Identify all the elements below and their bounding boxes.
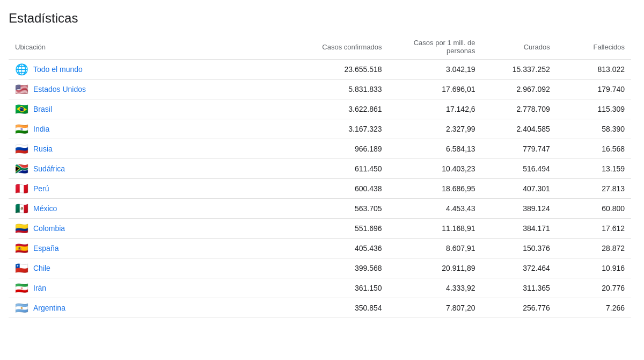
country-flag: 🇷🇺 [15,145,28,153]
per-million-value: 17.696,01 [389,80,482,99]
per-million-value: 17.142,6 [389,99,482,119]
deaths-value: 10.916 [557,258,631,278]
deaths-value: 17.612 [557,219,631,239]
confirmed-value: 5.831.833 [308,80,389,99]
country-name[interactable]: Chile [33,264,50,272]
country-flag: 🇿🇦 [15,164,28,173]
country-flag: 🇨🇴 [15,224,28,233]
table-row: 🇪🇸España405.4368.607,91150.37628.872 [9,239,631,258]
col-header-recovered: Curados [482,34,557,60]
country-flag: 🇮🇳 [15,125,28,133]
country-name[interactable]: Sudáfrica [33,164,65,173]
country-name[interactable]: México [33,204,57,213]
table-row: 🇮🇳India3.167.3232.327,992.404.58558.390 [9,119,631,139]
page-wrapper: Estadísticas Ubicación Casos confirmados… [0,0,644,360]
confirmed-value: 611.450 [308,159,389,179]
location-cell: 🇨🇱Chile [9,258,308,278]
table-row: 🇷🇺Rusia966.1896.584,13779.74716.568 [9,139,631,159]
recovered-value: 256.776 [482,298,557,318]
deaths-value: 115.309 [557,99,631,119]
deaths-value: 13.159 [557,159,631,179]
country-name[interactable]: Perú [33,184,49,193]
confirmed-value: 399.568 [308,258,389,278]
location-cell: 🇲🇽México [9,199,308,219]
country-name[interactable]: India [33,125,49,133]
deaths-value: 20.776 [557,278,631,298]
country-flag: 🇵🇪 [15,184,28,193]
location-cell: 🇪🇸España [9,239,308,258]
table-row: 🇨🇱Chile399.56820.911,89372.46410.916 [9,258,631,278]
per-million-value: 3.042,19 [389,60,482,80]
col-header-deaths: Fallecidos [557,34,631,60]
table-row: 🇦🇷Argentina350.8547.807,20256.7767.266 [9,298,631,318]
per-million-value: 4.453,43 [389,199,482,219]
location-cell: 🇦🇷Argentina [9,298,308,318]
location-cell: 🌐Todo el mundo [9,60,308,80]
table-row: 🇨🇴Colombia551.69611.168,91384.17117.612 [9,219,631,239]
location-cell: 🇧🇷Brasil [9,99,308,119]
table-row: 🌐Todo el mundo23.655.5183.042,1915.337.2… [9,60,631,80]
deaths-value: 179.740 [557,80,631,99]
recovered-value: 15.337.252 [482,60,557,80]
recovered-value: 384.171 [482,219,557,239]
table-row: 🇺🇸Estados Unidos5.831.83317.696,012.967.… [9,80,631,99]
per-million-value: 18.686,95 [389,179,482,199]
col-header-location: Ubicación [9,34,308,60]
per-million-value: 6.584,13 [389,139,482,159]
per-million-value: 8.607,91 [389,239,482,258]
per-million-value: 11.168,91 [389,219,482,239]
location-cell: 🇿🇦Sudáfrica [9,159,308,179]
country-name[interactable]: Argentina [33,304,65,312]
table-row: 🇮🇷Irán361.1504.333,92311.36520.776 [9,278,631,298]
country-name[interactable]: España [33,244,58,253]
per-million-value: 7.807,20 [389,298,482,318]
col-header-confirmed: Casos confirmados [308,34,389,60]
confirmed-value: 23.655.518 [308,60,389,80]
confirmed-value: 3.622.861 [308,99,389,119]
confirmed-value: 361.150 [308,278,389,298]
confirmed-value: 563.705 [308,199,389,219]
deaths-value: 28.872 [557,239,631,258]
confirmed-value: 350.854 [308,298,389,318]
table-header-row: Ubicación Casos confirmados Casos por 1 … [9,34,631,60]
deaths-value: 27.813 [557,179,631,199]
location-cell: 🇨🇴Colombia [9,219,308,239]
recovered-value: 2.967.092 [482,80,557,99]
deaths-value: 60.800 [557,199,631,219]
country-name[interactable]: Estados Unidos [33,85,86,93]
recovered-value: 407.301 [482,179,557,199]
country-name[interactable]: Colombia [33,224,65,233]
country-flag: 🇺🇸 [15,85,28,93]
recovered-value: 372.464 [482,258,557,278]
country-flag: 🇦🇷 [15,304,28,312]
location-cell: 🇺🇸Estados Unidos [9,80,308,99]
country-flag: 🇪🇸 [15,244,28,253]
recovered-value: 2.778.709 [482,99,557,119]
deaths-value: 16.568 [557,139,631,159]
recovered-value: 311.365 [482,278,557,298]
location-cell: 🇵🇪Perú [9,179,308,199]
location-cell: 🇷🇺Rusia [9,139,308,159]
country-flag: 🇧🇷 [15,105,28,113]
deaths-value: 813.022 [557,60,631,80]
table-container[interactable]: Ubicación Casos confirmados Casos por 1 … [9,34,631,357]
country-name[interactable]: Todo el mundo [33,65,83,74]
country-flag: 🌐 [15,65,28,74]
country-name[interactable]: Rusia [33,145,53,153]
table-row: 🇧🇷Brasil3.622.86117.142,62.778.709115.30… [9,99,631,119]
recovered-value: 150.376 [482,239,557,258]
confirmed-value: 3.167.323 [308,119,389,139]
deaths-value: 7.266 [557,298,631,318]
per-million-value: 4.333,92 [389,278,482,298]
confirmed-value: 600.438 [308,179,389,199]
per-million-value: 2.327,99 [389,119,482,139]
per-million-value: 20.911,89 [389,258,482,278]
statistics-table: Ubicación Casos confirmados Casos por 1 … [9,34,631,318]
table-body: 🌐Todo el mundo23.655.5183.042,1915.337.2… [9,60,631,318]
confirmed-value: 966.189 [308,139,389,159]
table-row: 🇵🇪Perú600.43818.686,95407.30127.813 [9,179,631,199]
country-name[interactable]: Irán [33,284,46,292]
col-header-per-million: Casos por 1 mill. de personas [389,34,482,60]
country-name[interactable]: Brasil [33,105,52,113]
recovered-value: 779.747 [482,139,557,159]
